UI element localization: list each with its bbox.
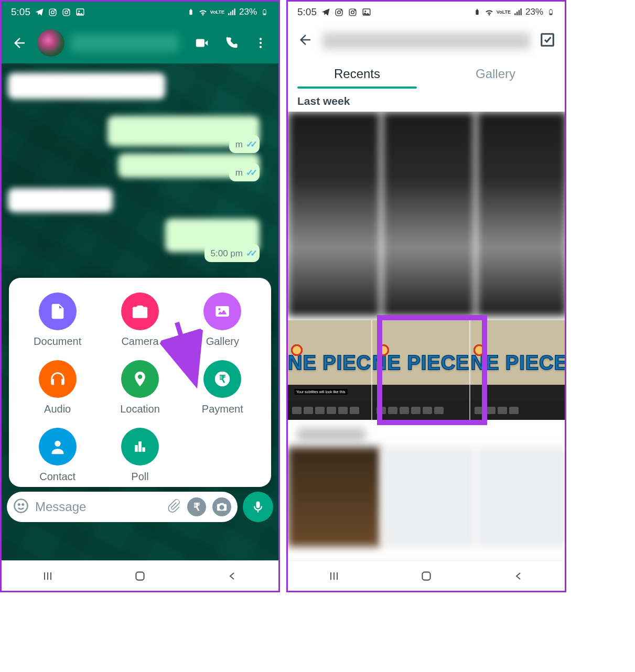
chat-header — [2, 23, 278, 63]
section-header: Last week — [288, 89, 565, 112]
recent-apps-button[interactable] — [40, 569, 55, 583]
volte-label: VoLTE — [210, 10, 224, 15]
back-button[interactable] — [225, 569, 240, 583]
camera-quick-icon[interactable] — [212, 497, 231, 516]
gallery-thumb[interactable]: NE PIECE — [470, 320, 565, 420]
svg-point-13 — [260, 38, 262, 40]
svg-point-1 — [51, 10, 55, 14]
message-input[interactable]: Message ₹ — [7, 492, 238, 522]
home-button[interactable] — [133, 569, 147, 583]
status-bar: 5:05 VoLTE 23% — [2, 2, 278, 23]
gallery-thumb[interactable] — [382, 447, 475, 547]
instagram-icon — [335, 7, 344, 17]
picker-title-redacted — [322, 32, 530, 49]
contact-icon — [49, 438, 67, 456]
message-in-redacted — [8, 188, 113, 212]
back-button[interactable] — [511, 569, 526, 583]
home-button[interactable] — [419, 569, 434, 583]
gallery-thumb[interactable] — [288, 447, 380, 547]
tab-label: Gallery — [476, 67, 515, 81]
svg-rect-23 — [142, 447, 145, 452]
attach-poll[interactable]: Poll — [99, 428, 181, 483]
signal-icon — [227, 7, 236, 17]
mic-button[interactable] — [243, 492, 273, 522]
multi-select-icon[interactable] — [540, 32, 555, 50]
tab-label: Recents — [334, 67, 380, 81]
read-ticks-icon: ✓✓ — [246, 139, 254, 150]
attach-label: Location — [120, 403, 160, 415]
attach-icon[interactable] — [166, 498, 181, 515]
gallery-thumb[interactable]: NE PIEC Your subtitles will look like th… — [288, 320, 372, 420]
emoji-icon[interactable] — [13, 498, 29, 516]
signal-icon — [513, 7, 523, 17]
voice-call-icon[interactable] — [220, 31, 243, 55]
tab-gallery[interactable]: Gallery — [426, 59, 565, 89]
battery-icon — [260, 7, 269, 17]
thumb-subtitle: Your subtitles will look like this — [294, 389, 348, 395]
svg-point-20 — [55, 441, 60, 447]
svg-point-7 — [78, 10, 80, 12]
instagram-icon — [62, 7, 71, 17]
wifi-icon — [485, 7, 494, 17]
contact-name-redacted[interactable] — [71, 34, 179, 52]
attach-contact[interactable]: Contact — [16, 428, 99, 483]
back-icon[interactable] — [8, 31, 31, 55]
svg-point-15 — [260, 46, 262, 48]
recent-apps-button[interactable] — [327, 569, 341, 583]
contact-avatar[interactable] — [37, 29, 64, 57]
menu-icon[interactable] — [249, 31, 272, 55]
attach-camera[interactable]: Camera — [99, 292, 181, 348]
gallery-thumb[interactable] — [288, 112, 380, 316]
picker-tabs: Recents Gallery — [288, 59, 565, 89]
svg-rect-43 — [550, 9, 551, 10]
svg-point-4 — [65, 10, 68, 14]
svg-point-36 — [351, 10, 354, 14]
svg-text:₹: ₹ — [219, 373, 226, 385]
message-input-row: Message ₹ — [7, 491, 273, 523]
attach-gallery[interactable]: Gallery — [181, 292, 264, 348]
svg-rect-8 — [189, 10, 192, 15]
gallery-thumb[interactable] — [382, 112, 475, 316]
android-nav-bar — [2, 560, 278, 591]
attach-label: Document — [34, 335, 81, 348]
back-icon[interactable] — [297, 32, 313, 50]
instagram-icon — [348, 7, 358, 17]
attach-document[interactable]: Document — [16, 292, 99, 348]
svg-point-2 — [55, 9, 56, 10]
svg-point-5 — [69, 9, 69, 10]
battery-pct: 23% — [239, 7, 257, 17]
message-time-out: m ✓✓ — [229, 163, 260, 181]
svg-rect-42 — [550, 14, 552, 15]
battery-saver-icon — [472, 7, 482, 17]
attach-payment[interactable]: ₹ Payment — [181, 360, 264, 415]
gallery-thumb[interactable]: NE PIECE — [372, 320, 470, 420]
message-time-out: m ✓✓ — [229, 135, 260, 153]
gallery-thumb[interactable] — [477, 112, 565, 316]
tab-recents[interactable]: Recents — [288, 59, 426, 89]
strawhat-icon — [376, 343, 390, 357]
video-call-icon[interactable] — [190, 31, 213, 55]
msg-time: m — [235, 168, 243, 178]
attach-label: Payment — [202, 403, 243, 415]
document-icon — [49, 302, 67, 320]
status-bar: 5:05 VoLTE 23% — [288, 2, 565, 23]
attachment-sheet: Document Camera Gallery Audio — [9, 278, 271, 487]
rupee-quickpay-icon[interactable]: ₹ — [187, 497, 206, 516]
volte-label: VoLTE — [497, 10, 511, 15]
attach-label: Poll — [131, 471, 148, 483]
svg-point-17 — [219, 308, 221, 310]
attach-location[interactable]: Location — [99, 360, 181, 415]
rupee-icon: ₹ — [213, 370, 231, 388]
headphones-icon — [49, 370, 67, 388]
gallery-row: NE PIEC Your subtitles will look like th… — [288, 320, 565, 420]
gallery-thumb[interactable] — [477, 447, 565, 547]
read-ticks-icon: ✓✓ — [246, 167, 254, 178]
svg-point-37 — [355, 9, 356, 10]
attach-label: Gallery — [206, 335, 239, 348]
message-in-redacted — [8, 73, 165, 99]
status-time: 5:05 — [297, 6, 317, 18]
attach-audio[interactable]: Audio — [16, 360, 99, 415]
wifi-icon — [198, 7, 208, 17]
status-time: 5:05 — [11, 6, 30, 18]
svg-rect-16 — [216, 306, 230, 317]
